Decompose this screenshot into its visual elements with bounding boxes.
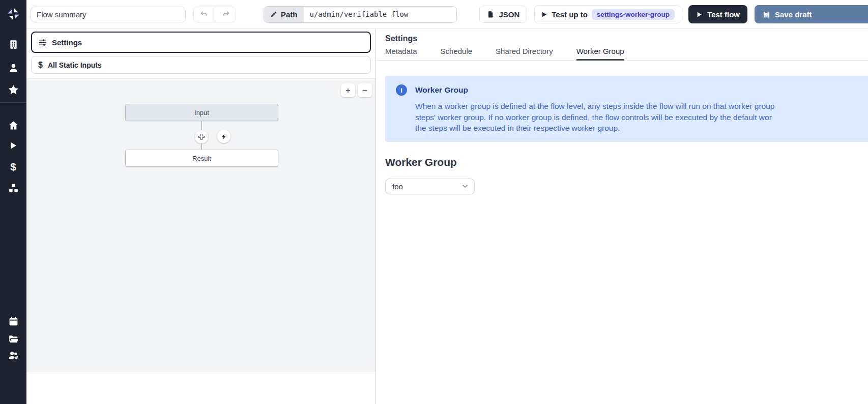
test-flow-button[interactable]: Test flow bbox=[688, 5, 747, 23]
play-icon bbox=[9, 141, 18, 150]
sidebar-item-variables[interactable]: $ bbox=[4, 159, 22, 175]
edit-path-button[interactable]: Path bbox=[264, 7, 304, 22]
building-icon bbox=[8, 39, 19, 50]
redo-button[interactable] bbox=[215, 7, 236, 22]
sidebar-item-workers[interactable] bbox=[4, 348, 22, 363]
star-icon bbox=[8, 84, 19, 96]
tab-schedule[interactable]: Schedule bbox=[441, 47, 473, 60]
worker-group-section-title: Worker Group bbox=[385, 156, 868, 168]
flow-panel-footer bbox=[26, 371, 375, 404]
all-static-inputs-label: All Static Inputs bbox=[48, 61, 102, 69]
test-up-to-button[interactable]: Test up to settings-worker-group bbox=[534, 5, 681, 23]
path-input[interactable] bbox=[304, 7, 456, 22]
settings-panel-title: Settings bbox=[385, 34, 868, 43]
home-icon bbox=[8, 120, 19, 131]
flow-summary-input[interactable] bbox=[31, 7, 186, 22]
result-node[interactable]: Result bbox=[125, 150, 278, 167]
input-node[interactable]: Input bbox=[125, 104, 278, 121]
save-icon bbox=[763, 11, 770, 18]
add-step-button[interactable] bbox=[195, 130, 208, 143]
redo-icon bbox=[221, 10, 230, 19]
json-button[interactable]: JSON bbox=[479, 6, 527, 23]
file-json-icon bbox=[487, 11, 495, 18]
path-group: Path bbox=[264, 6, 457, 23]
settings-tabs: Metadata Schedule Shared Directory Worke… bbox=[376, 47, 868, 61]
tab-shared-directory[interactable]: Shared Directory bbox=[496, 47, 553, 60]
flow-graph[interactable]: + − Input Result bbox=[26, 79, 375, 371]
worker-group-select[interactable]: foo bbox=[385, 179, 475, 194]
zoom-in-button[interactable]: + bbox=[341, 83, 355, 97]
topbar: Path JSON Test up to bbox=[26, 0, 868, 29]
dollar-icon: $ bbox=[38, 61, 43, 70]
flow-editor-app: $ bbox=[0, 0, 868, 404]
folder-open-icon bbox=[8, 334, 19, 344]
save-draft-label: Save draft bbox=[775, 10, 812, 19]
windmill-logo-icon[interactable] bbox=[4, 6, 22, 21]
path-label: Path bbox=[281, 10, 298, 19]
undo-icon bbox=[200, 10, 209, 19]
flow-panel-header: Settings $ All Static Inputs bbox=[26, 29, 375, 79]
json-button-label: JSON bbox=[499, 10, 519, 19]
info-title: Worker Group bbox=[415, 85, 774, 95]
user-icon bbox=[8, 63, 19, 73]
sidebar-item-home[interactable] bbox=[4, 118, 22, 133]
play-icon bbox=[541, 11, 547, 18]
sidebar-item-user[interactable] bbox=[4, 60, 22, 75]
flow-panel: Settings $ All Static Inputs + − Input bbox=[26, 29, 375, 404]
dollar-icon: $ bbox=[10, 161, 16, 173]
undo-button[interactable] bbox=[194, 7, 215, 22]
sidebar-item-favorites[interactable] bbox=[4, 82, 22, 97]
info-text-line: steps' worker group. If no worker group … bbox=[415, 112, 774, 123]
main-area: Path JSON Test up to bbox=[26, 0, 868, 404]
sidebar-item-resources[interactable] bbox=[4, 180, 22, 195]
bolt-icon bbox=[221, 133, 227, 140]
play-icon bbox=[696, 11, 703, 18]
info-text: When a worker group is defined at the fl… bbox=[415, 101, 774, 134]
all-static-inputs-item[interactable]: $ All Static Inputs bbox=[31, 56, 371, 74]
user-group-gear-icon bbox=[8, 350, 19, 361]
sidebar-item-runs[interactable] bbox=[4, 138, 22, 153]
sidebar: $ bbox=[0, 0, 26, 404]
info-text-line: When a worker group is defined at the fl… bbox=[415, 101, 774, 112]
worker-group-info-box: i Worker Group When a worker group is de… bbox=[385, 76, 868, 142]
test-flow-label: Test flow bbox=[707, 10, 740, 19]
chevron-down-icon bbox=[461, 182, 469, 190]
undo-redo-group bbox=[193, 7, 236, 22]
sidebar-item-folders[interactable] bbox=[4, 331, 22, 347]
info-icon: i bbox=[396, 84, 407, 96]
flow-settings-label: Settings bbox=[52, 38, 82, 47]
content: Settings $ All Static Inputs + − Input bbox=[26, 29, 868, 404]
topbar-actions: JSON Test up to settings-worker-group Te… bbox=[479, 5, 868, 23]
plus-cross-icon bbox=[198, 133, 205, 140]
pencil-icon bbox=[270, 11, 277, 18]
trigger-button[interactable] bbox=[217, 130, 230, 143]
worker-group-badge: settings-worker-group bbox=[592, 9, 675, 20]
windmill-logo-glyph bbox=[7, 7, 20, 21]
tab-metadata[interactable]: Metadata bbox=[385, 47, 417, 60]
sidebar-item-schedules[interactable] bbox=[4, 313, 22, 329]
sliders-icon bbox=[38, 38, 47, 47]
sidebar-divider bbox=[0, 102, 26, 103]
info-content: Worker Group When a worker group is defi… bbox=[415, 83, 774, 134]
settings-panel: Settings Metadata Schedule Shared Direct… bbox=[375, 29, 868, 404]
test-up-to-label: Test up to bbox=[552, 10, 588, 19]
boxes-icon bbox=[8, 183, 19, 193]
tab-worker-group[interactable]: Worker Group bbox=[576, 47, 624, 60]
save-draft-button[interactable]: Save draft bbox=[755, 5, 868, 23]
zoom-out-button[interactable]: − bbox=[358, 83, 372, 97]
flow-settings-item[interactable]: Settings bbox=[31, 32, 371, 53]
worker-group-select-value: foo bbox=[392, 182, 403, 191]
info-text-line: the steps will be executed in their resp… bbox=[415, 123, 774, 134]
calendar-icon bbox=[8, 316, 19, 327]
sidebar-item-workspace[interactable] bbox=[4, 37, 22, 52]
